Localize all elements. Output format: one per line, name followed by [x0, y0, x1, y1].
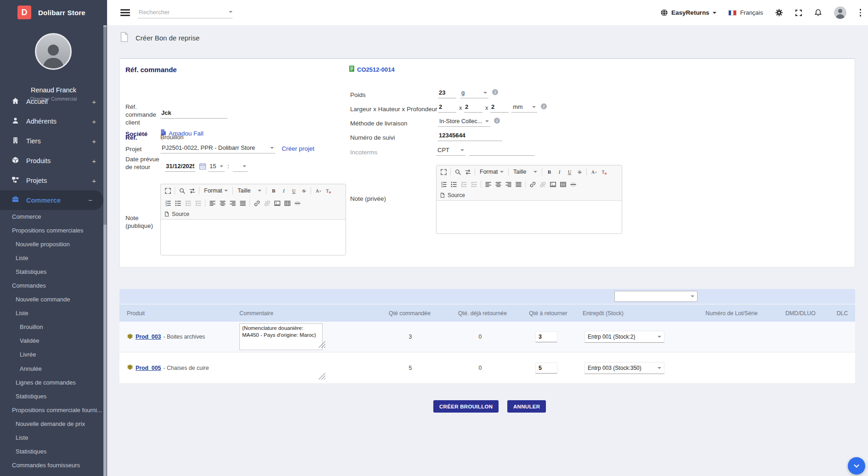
submenu-item-lignes-de-commandes[interactable]: Lignes de commandes: [0, 375, 107, 389]
submenu-item-nouvelle-demande-de-prix[interactable]: Nouvelle demande de prix: [0, 417, 107, 431]
note-public-content-area[interactable]: [161, 219, 346, 255]
submenu-item-statistiques-propositions[interactable]: Statistiques: [0, 265, 107, 278]
sidebar-item-produits[interactable]: Produits +: [0, 151, 107, 171]
numbered-list-icon[interactable]: 123: [163, 198, 173, 208]
ref-client-input[interactable]: [160, 108, 227, 118]
order-ref-link[interactable]: CO2512-0014: [349, 65, 395, 74]
sidebar-item-tiers[interactable]: Tiers +: [0, 131, 107, 151]
return-date-input[interactable]: [165, 161, 195, 171]
align-left-icon[interactable]: [207, 198, 217, 208]
note-private-content-area[interactable]: [437, 200, 622, 233]
product-ref-link[interactable]: Prod_005: [136, 365, 161, 371]
bold-icon[interactable]: B: [544, 167, 554, 177]
incoterms-location-input[interactable]: [469, 145, 534, 155]
find-icon[interactable]: [177, 186, 187, 196]
resize-grip-icon[interactable]: [317, 373, 325, 380]
width-input[interactable]: [438, 102, 456, 112]
align-right-icon[interactable]: [503, 179, 513, 189]
info-icon[interactable]: [541, 103, 547, 109]
cancel-button[interactable]: ANNULER: [507, 400, 546, 413]
user-avatar[interactable]: [35, 33, 72, 70]
strikethrough-icon[interactable]: S: [574, 167, 584, 177]
search-input[interactable]: [138, 8, 229, 16]
brand-logo[interactable]: D Dolibarr Store: [17, 6, 85, 19]
qty-to-return-input[interactable]: [536, 332, 557, 342]
submenu-item-nouvelle-proposition[interactable]: Nouvelle proposition: [0, 237, 107, 251]
align-justify-icon[interactable]: [513, 179, 523, 189]
remove-format-icon[interactable]: T: [323, 186, 333, 196]
find-replace-icon[interactable]: [187, 186, 197, 196]
find-icon[interactable]: [453, 167, 463, 177]
company-link[interactable]: Amadou Fall: [160, 129, 204, 137]
submenu-item-statistiques-commandes[interactable]: Statistiques: [0, 389, 107, 403]
hamburger-menu-icon[interactable]: [120, 9, 130, 16]
project-select[interactable]: PJ2501-0022, PPR - Dolibarr Store: [160, 142, 275, 153]
submenu-item-commandes[interactable]: Commandes: [0, 278, 107, 292]
incoterms-select[interactable]: CPT: [436, 145, 465, 156]
submenu-item-nouvelle-commande[interactable]: Nouvelle commande: [0, 293, 107, 306]
table-action-select[interactable]: [614, 291, 698, 302]
search-combobox[interactable]: [138, 6, 233, 18]
table-icon[interactable]: [282, 198, 292, 208]
product-ref-link[interactable]: Prod_003: [136, 334, 161, 340]
fullscreen-icon[interactable]: [795, 9, 802, 17]
submenu-item-validee[interactable]: Validée: [0, 334, 107, 348]
link-icon[interactable]: [252, 198, 262, 208]
outdent-icon[interactable]: [183, 198, 193, 208]
qty-to-return-input[interactable]: [536, 363, 557, 373]
submenu-item-liste-demandes[interactable]: Liste: [0, 431, 107, 445]
settings-gear-icon[interactable]: [775, 9, 783, 17]
maximize-icon[interactable]: [163, 186, 173, 196]
info-icon[interactable]: [492, 89, 498, 95]
return-minute-select[interactable]: [233, 161, 248, 172]
submenu-item-propositions-fournisseurs[interactable]: Propositions commerciale fourni...: [0, 403, 107, 417]
info-icon[interactable]: [494, 118, 500, 124]
source-button[interactable]: Source: [448, 192, 465, 198]
indent-icon[interactable]: [469, 179, 479, 189]
depth-input[interactable]: [490, 102, 509, 112]
unlink-icon[interactable]: [262, 198, 272, 208]
height-input[interactable]: [464, 102, 482, 112]
line-comment-textarea[interactable]: (Nomenclature douanière: MA450 - Pays d'…: [239, 323, 323, 350]
bold-icon[interactable]: B: [268, 186, 278, 196]
expand-plus-icon[interactable]: +: [92, 137, 96, 145]
horizontal-rule-icon[interactable]: [568, 179, 578, 189]
maximize-icon[interactable]: [438, 167, 448, 177]
horizontal-rule-icon[interactable]: [292, 198, 302, 208]
align-right-icon[interactable]: [227, 198, 238, 208]
submenu-item-brouillon[interactable]: Brouillon: [0, 320, 107, 334]
indent-icon[interactable]: [193, 198, 203, 208]
underline-icon[interactable]: U: [564, 167, 574, 177]
submenu-item-commandes-fournisseurs[interactable]: Commandes fournisseurs: [0, 459, 107, 472]
table-icon[interactable]: [558, 179, 568, 189]
text-color-icon[interactable]: A: [589, 167, 599, 177]
company-name-link[interactable]: Amadou Fall: [169, 130, 204, 137]
bulleted-list-icon[interactable]: [448, 179, 459, 189]
submenu-item-commerce[interactable]: Commerce: [0, 210, 107, 223]
order-ref-value[interactable]: CO2512-0014: [357, 66, 395, 73]
source-button[interactable]: Source: [172, 211, 189, 217]
format-dropdown[interactable]: Format: [201, 186, 231, 196]
format-dropdown[interactable]: Format: [477, 167, 506, 177]
submenu-item-propositions-commerciales[interactable]: Propositions commerciales: [0, 223, 107, 237]
link-icon[interactable]: [528, 179, 538, 189]
remove-format-icon[interactable]: T: [599, 167, 609, 177]
scroll-down-fab[interactable]: [848, 457, 865, 475]
warehouse-select[interactable]: Entrp 001 (Stock:2): [584, 331, 664, 343]
outdent-icon[interactable]: [459, 179, 469, 189]
underline-icon[interactable]: U: [289, 186, 299, 196]
submenu-item-annulee[interactable]: Annulée: [0, 362, 107, 375]
weight-input[interactable]: [438, 87, 456, 98]
expand-plus-icon[interactable]: +: [92, 118, 96, 125]
find-replace-icon[interactable]: [463, 167, 473, 177]
sidebar-item-projets[interactable]: Projets +: [0, 171, 107, 191]
tracking-input[interactable]: [438, 130, 502, 141]
align-center-icon[interactable]: [493, 179, 503, 189]
sidebar-scrollbar-thumb[interactable]: [103, 27, 107, 225]
dims-unit-select[interactable]: mm: [511, 102, 537, 113]
notifications-bell-icon[interactable]: [814, 9, 822, 17]
size-dropdown[interactable]: Taille: [511, 167, 540, 177]
sidebar-scrollbar[interactable]: [103, 25, 107, 476]
submenu-item-liste-propositions[interactable]: Liste: [0, 251, 107, 265]
user-avatar[interactable]: [834, 6, 846, 19]
